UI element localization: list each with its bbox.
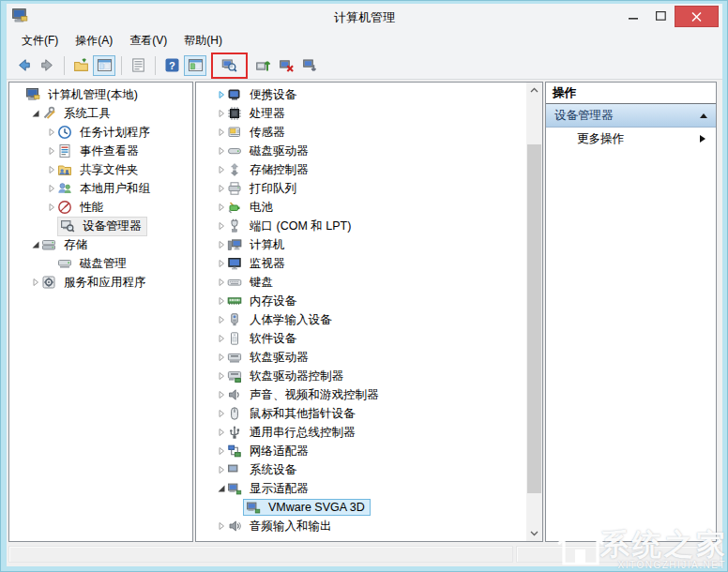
device-item[interactable]: 音频输入和输出	[196, 517, 526, 535]
device-item[interactable]: 内存设备	[196, 292, 526, 310]
device-item[interactable]: VMware SVGA 3D	[196, 498, 526, 517]
maximize-button[interactable]	[647, 6, 675, 26]
device-item[interactable]: 声音、视频和游戏控制器	[196, 385, 526, 404]
console-tree-item[interactable]: 共享文件夹	[9, 160, 192, 179]
expand-arrow-icon[interactable]	[215, 259, 227, 268]
menu-item[interactable]: 操作(A)	[67, 30, 121, 52]
collapse-arrow-icon[interactable]	[29, 240, 41, 249]
device-item[interactable]: 网络适配器	[196, 442, 526, 460]
device-item[interactable]: 传感器	[196, 123, 526, 142]
menu-item[interactable]: 帮助(H)	[175, 30, 231, 52]
expand-arrow-icon[interactable]	[215, 465, 227, 474]
device-item[interactable]: 鼠标和其他指针设备	[196, 404, 526, 423]
more-actions-item[interactable]: 更多操作	[546, 128, 716, 150]
console-tree-item[interactable]: 本地用户和组	[9, 179, 192, 198]
device-item[interactable]: 监视器	[196, 254, 526, 273]
back-icon[interactable]	[12, 55, 35, 76]
console-tree-item[interactable]: 服务和应用程序	[9, 273, 192, 292]
expand-arrow-icon[interactable]	[215, 428, 227, 437]
minimize-button[interactable]	[620, 6, 647, 26]
device-item[interactable]: 软件设备	[196, 329, 526, 348]
console-tree-item[interactable]: 任务计划程序	[9, 123, 192, 142]
device-item-label: VMware SVGA 3D	[265, 500, 368, 515]
console-tree-item[interactable]: 存储	[9, 235, 192, 254]
selected-item-highlight[interactable]: 设备管理器	[57, 217, 147, 236]
expand-arrow-icon[interactable]	[215, 315, 227, 324]
console-tree-item[interactable]: 磁盘管理	[9, 254, 192, 273]
expand-arrow-icon[interactable]	[215, 221, 227, 231]
selected-item-highlight[interactable]: VMware SVGA 3D	[243, 499, 371, 516]
console-tree-item[interactable]: 设备管理器	[9, 217, 192, 235]
expand-arrow-icon[interactable]	[215, 371, 227, 381]
expand-arrow-icon[interactable]	[215, 90, 227, 99]
expand-arrow-icon[interactable]	[215, 203, 227, 212]
vertical-scrollbar[interactable]	[526, 83, 542, 541]
device-item[interactable]: 便携设备	[196, 85, 526, 104]
display-adapter-icon	[246, 500, 261, 515]
scan-hardware-icon[interactable]	[218, 55, 240, 76]
expand-arrow-icon[interactable]	[45, 128, 57, 137]
expand-arrow-icon[interactable]	[215, 240, 227, 249]
device-item[interactable]: 软盘驱动器控制器	[196, 367, 526, 385]
expand-arrow-icon[interactable]	[29, 278, 41, 287]
expand-arrow-icon[interactable]	[215, 390, 227, 399]
disable-device-icon[interactable]	[298, 55, 321, 76]
expand-arrow-icon[interactable]	[215, 165, 227, 174]
expand-arrow-icon[interactable]	[45, 146, 57, 156]
expand-arrow-icon[interactable]	[215, 278, 227, 287]
console-tree-item[interactable]: 性能	[9, 198, 192, 217]
collapse-section-icon[interactable]	[700, 113, 707, 118]
device-item[interactable]: 显示适配器	[196, 479, 526, 498]
scrollbar-thumb[interactable]	[527, 144, 541, 493]
expand-arrow-icon[interactable]	[215, 109, 227, 118]
device-item[interactable]: 计算机	[196, 235, 526, 254]
toolbar-separator	[121, 56, 122, 75]
device-item[interactable]: 端口 (COM 和 LPT)	[196, 217, 526, 235]
device-item[interactable]: 系统设备	[196, 460, 526, 479]
toolbar-separator	[64, 56, 65, 75]
device-item[interactable]: 处理器	[196, 104, 526, 123]
update-driver-icon[interactable]	[251, 55, 274, 76]
device-item[interactable]: 磁盘驱动器	[196, 142, 526, 160]
expand-arrow-icon[interactable]	[215, 446, 227, 456]
menu-item[interactable]: 文件(F)	[13, 30, 67, 52]
expand-arrow-icon[interactable]	[215, 353, 227, 362]
console-tree-item-label: 服务和应用程序	[61, 274, 149, 292]
menu-item[interactable]: 查看(V)	[121, 30, 175, 52]
expand-arrow-icon[interactable]	[215, 296, 227, 306]
expand-arrow-icon[interactable]	[215, 128, 227, 137]
collapse-arrow-icon[interactable]	[29, 109, 41, 118]
scroll-down-button[interactable]	[526, 525, 542, 541]
forward-icon[interactable]	[36, 55, 58, 76]
device-item[interactable]: 电池	[196, 198, 526, 217]
expand-arrow-icon[interactable]	[45, 165, 57, 174]
console-tree-icon[interactable]	[184, 55, 206, 76]
expand-arrow-icon[interactable]	[215, 334, 227, 343]
console-tree-item-label: 存储	[61, 236, 90, 254]
device-item[interactable]: 人体学输入设备	[196, 310, 526, 329]
properties-icon[interactable]	[127, 55, 149, 76]
titlebar[interactable]: 计算机管理	[7, 4, 722, 30]
device-item[interactable]: 通用串行总线控制器	[196, 423, 526, 442]
expand-arrow-icon[interactable]	[215, 521, 227, 531]
expand-arrow-icon[interactable]	[215, 409, 227, 418]
device-item[interactable]: 软盘驱动器	[196, 348, 526, 367]
expand-arrow-icon[interactable]	[45, 184, 57, 193]
console-tree-item[interactable]: 事件查看器	[9, 142, 192, 160]
console-tree-item[interactable]: 计算机管理(本地)	[9, 85, 192, 104]
close-button[interactable]	[675, 6, 719, 27]
console-window-icon[interactable]	[93, 55, 115, 76]
expand-arrow-icon[interactable]	[215, 146, 227, 156]
actions-section-device-manager[interactable]: 设备管理器	[546, 104, 716, 128]
console-tree-item[interactable]: 系统工具	[9, 104, 192, 123]
up-level-icon[interactable]	[69, 55, 92, 76]
device-item[interactable]: 存储控制器	[196, 160, 526, 179]
expand-arrow-icon[interactable]	[45, 203, 57, 212]
device-item[interactable]: 键盘	[196, 273, 526, 292]
scroll-up-button[interactable]	[526, 83, 542, 98]
uninstall-device-icon[interactable]	[275, 55, 297, 76]
collapse-arrow-icon[interactable]	[215, 484, 227, 493]
expand-arrow-icon[interactable]	[215, 184, 227, 193]
help-icon[interactable]: ?	[160, 55, 183, 76]
device-item[interactable]: 打印队列	[196, 179, 526, 198]
